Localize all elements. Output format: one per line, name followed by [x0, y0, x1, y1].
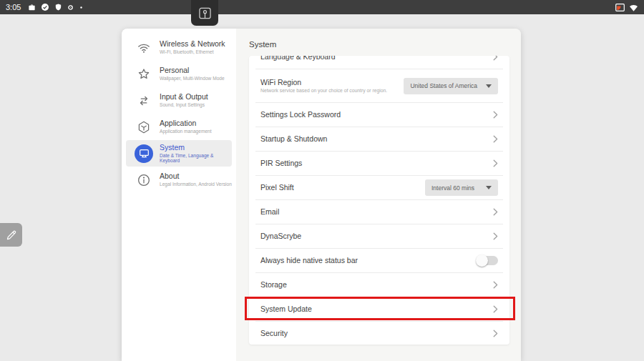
settings-row-email[interactable]: Email: [255, 200, 503, 224]
settings-row-settings-lock-password[interactable]: Settings Lock Password: [255, 103, 503, 127]
toggle-knob: [476, 254, 488, 267]
display-icon: [135, 144, 153, 163]
chevron-right-icon: [493, 281, 498, 289]
chevron-right-icon: [493, 111, 498, 119]
sidebar-item-sub: Wi-Fi, Bluetooth, Ethernet: [160, 49, 225, 54]
pencil-icon: [5, 229, 18, 242]
chevron-right-icon: [493, 305, 498, 313]
caret-down-icon: [486, 186, 492, 189]
status-left-icons: [28, 3, 84, 11]
row-control: [493, 330, 498, 337]
sidebar-item-sub: Sound, Input Settings: [160, 102, 208, 107]
dropdown-value: Interval 60 mins: [431, 184, 474, 192]
screen: 3:05 Wireless & NetworkWi-Fi, Bluetooth,…: [0, 0, 644, 361]
status-time: 3:05: [6, 3, 21, 11]
settings-sidebar: Wireless & NetworkWi-Fi, Bluetooth, Ethe…: [122, 29, 236, 361]
chevron-right-icon: [493, 56, 498, 61]
sidebar-item-sub: Date & Time, Language & Keyboard: [160, 153, 232, 164]
gear-icon: [67, 4, 74, 11]
row-label: Settings Lock Password: [260, 110, 341, 119]
sidebar-item-label: System: [160, 144, 232, 152]
chevron-right-icon: [493, 208, 498, 216]
settings-row-startup-shutdown[interactable]: Startup & Shutdown: [255, 127, 503, 152]
row-control: [493, 281, 498, 289]
wifi-signal-icon: [629, 4, 638, 11]
chevron-right-icon: [493, 159, 498, 167]
dropdown-pixel-shift[interactable]: Interval 60 mins: [425, 179, 498, 196]
sidebar-item-label: About: [160, 172, 232, 181]
floating-toolbar-tab[interactable]: [191, 0, 218, 26]
annotation-pencil-button[interactable]: [0, 223, 22, 247]
sidebar-item-label: Wireless & Network: [160, 40, 225, 49]
wifi-icon: [135, 39, 153, 57]
row-control: United States of America: [404, 78, 498, 94]
chevron-right-icon: [493, 135, 498, 143]
row-control: [493, 111, 498, 119]
sidebar-item-input-output[interactable]: Input & OutputSound, Input Settings: [126, 87, 232, 114]
row-control: [493, 159, 498, 167]
dot-icon: [79, 5, 84, 10]
sidebar-item-sub: Legal Information, Android Version: [160, 182, 232, 187]
settings-row-pir-settings[interactable]: PIR Settings: [255, 152, 503, 176]
status-right-icons: [615, 4, 638, 11]
sidebar-item-about[interactable]: AboutLegal Information, Android Version: [126, 167, 232, 193]
settings-row-wifi-region[interactable]: WiFi RegionNetwork service based on your…: [255, 69, 503, 103]
swap-arrows-icon: [135, 92, 153, 110]
settings-row-always-hide-native-status-bar[interactable]: Always hide native status bar: [255, 249, 503, 273]
row-control: [493, 232, 498, 240]
settings-list: Language & KeyboardWiFi RegionNetwork se…: [249, 56, 509, 345]
cast-icon: [615, 4, 625, 11]
sidebar-item-sub: Application management: [160, 129, 212, 134]
settings-row-security[interactable]: Security: [255, 322, 503, 345]
sidebar-item-system[interactable]: SystemDate & Time, Language & Keyboard: [126, 140, 232, 167]
screen-annotation-icon: [198, 7, 212, 19]
row-control: [493, 305, 498, 313]
row-control: [477, 256, 498, 265]
check-circle-icon: [41, 3, 49, 11]
row-label: PIR Settings: [260, 159, 302, 167]
settings-row-language-keyboard[interactable]: Language & Keyboard: [255, 56, 503, 69]
settings-row-pixel-shift[interactable]: Pixel ShiftInterval 60 mins: [255, 176, 503, 200]
row-label: System Update: [260, 305, 312, 313]
chevron-right-icon: [493, 232, 498, 240]
shield-icon: [54, 3, 62, 11]
sidebar-item-application[interactable]: ApplicationApplication management: [126, 114, 232, 140]
chevron-right-icon: [493, 330, 498, 337]
sidebar-item-personal[interactable]: PersonalWallpaper, Multi-Window Mode: [126, 61, 232, 87]
dropdown-wifi-region[interactable]: United States of America: [404, 78, 498, 94]
dropdown-value: United States of America: [410, 82, 477, 89]
sidebar-item-sub: Wallpaper, Multi-Window Mode: [160, 76, 225, 81]
page-title: System: [249, 40, 276, 49]
status-bar: 3:05: [0, 0, 644, 14]
settings-row-storage[interactable]: Storage: [255, 273, 503, 297]
row-label: Storage: [260, 280, 287, 289]
row-control: [493, 208, 498, 216]
row-label: Language & Keyboard: [260, 56, 336, 61]
row-label: WiFi Region: [260, 78, 387, 86]
briefcase-icon: [28, 4, 36, 11]
settings-row-dynascrybe[interactable]: DynaScrybe: [255, 224, 503, 249]
sidebar-item-wireless-network[interactable]: Wireless & NetworkWi-Fi, Bluetooth, Ethe…: [126, 34, 232, 61]
row-label: Security: [260, 329, 288, 337]
hexagon-box-icon: [135, 118, 153, 137]
settings-window: Wireless & NetworkWi-Fi, Bluetooth, Ethe…: [122, 29, 521, 361]
row-label: DynaScrybe: [260, 232, 301, 240]
row-label: Email: [260, 207, 279, 216]
sidebar-item-label: Personal: [160, 66, 225, 75]
caret-down-icon: [486, 84, 492, 88]
row-control: Interval 60 mins: [425, 179, 498, 196]
settings-row-system-update[interactable]: System Update: [255, 297, 503, 322]
info-icon: [135, 171, 153, 189]
star-icon: [135, 65, 153, 84]
sidebar-item-label: Application: [160, 119, 212, 128]
row-control: [493, 135, 498, 143]
row-label: Pixel Shift: [260, 183, 294, 192]
row-sub: Network service based on your choice of …: [260, 88, 387, 94]
row-control: [493, 56, 498, 61]
toggle-always-hide-native-status-bar[interactable]: [477, 256, 498, 265]
row-label: Always hide native status bar: [260, 256, 358, 264]
sidebar-item-label: Input & Output: [160, 93, 208, 102]
settings-content: System Language & KeyboardWiFi RegionNet…: [236, 29, 521, 361]
row-label: Startup & Shutdown: [260, 134, 327, 143]
